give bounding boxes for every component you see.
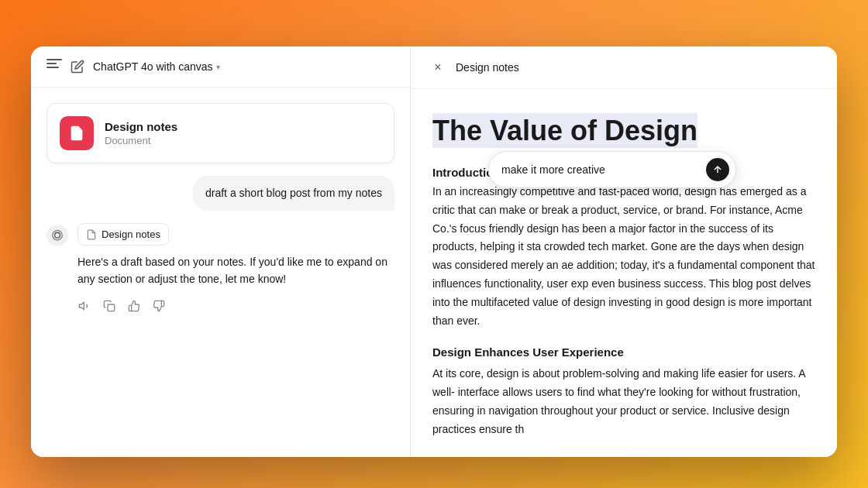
floating-edit-bar[interactable]: make it more creative [488,151,736,188]
document-icon-wrapper [60,116,94,150]
intro-label: Introductio [432,166,493,179]
assistant-response-row: Design notes Here's a draft based on you… [46,223,394,313]
user-message-text: draft a short blog post from my notes [205,187,382,199]
copy-icon[interactable] [102,299,116,313]
sidebar-toggle-icon[interactable] [46,59,62,74]
chat-content: Design notes Document draft a short blog… [31,88,410,457]
floating-send-button[interactable] [706,158,729,181]
card-title: Design notes [105,120,177,133]
design-notes-card[interactable]: Design notes Document [46,103,394,163]
right-header: × Design notes [411,46,837,89]
assistant-actions [78,299,394,313]
assistant-response-text: Here's a draft based on your notes. If y… [78,253,394,288]
app-window: ChatGPT 4o with canvas ▾ Design notes Do… [31,46,837,457]
right-panel: × Design notes The Value of Design make … [411,46,837,457]
chevron-icon: ▾ [216,63,220,71]
arrow-up-icon [712,164,723,175]
document-content: The Value of Design make it more creativ… [411,89,837,457]
doc-title-block: The Value of Design [432,114,815,147]
model-selector[interactable]: ChatGPT 4o with canvas ▾ [93,60,220,73]
left-header: ChatGPT 4o with canvas ▾ [31,46,410,88]
edit-icon[interactable] [70,59,85,74]
user-message-bubble: draft a short blog post from my notes [193,176,394,211]
pill-document-icon [86,229,97,240]
floating-input-text[interactable]: make it more creative [501,163,700,176]
right-panel-title: Design notes [456,61,519,74]
left-panel: ChatGPT 4o with canvas ▾ Design notes Do… [31,46,411,457]
model-title: ChatGPT 4o with canvas [93,60,213,73]
thumbs-down-icon[interactable] [152,299,166,313]
section2-text: At its core, design is about problem-sol… [432,365,815,438]
section2-title: Design Enhances User Experience [432,345,815,359]
assistant-content: Design notes Here's a draft based on you… [78,223,394,313]
card-text: Design notes Document [105,120,177,146]
intro-body: In an increasingly competitive and fast-… [432,183,815,330]
svg-rect-2 [108,304,115,311]
design-notes-pill[interactable]: Design notes [78,223,169,246]
doc-title: The Value of Design [432,113,698,148]
svg-marker-1 [79,302,84,309]
close-icon: × [434,60,441,74]
document-icon [68,125,85,142]
svg-point-0 [46,225,68,246]
close-button[interactable]: × [429,59,446,76]
assistant-avatar [46,225,68,246]
speaker-icon[interactable] [78,299,91,313]
pill-label: Design notes [102,229,160,240]
thumbs-up-icon[interactable] [127,299,141,313]
section2: Design Enhances User Experience At its c… [432,345,815,438]
card-subtitle: Document [105,135,177,146]
